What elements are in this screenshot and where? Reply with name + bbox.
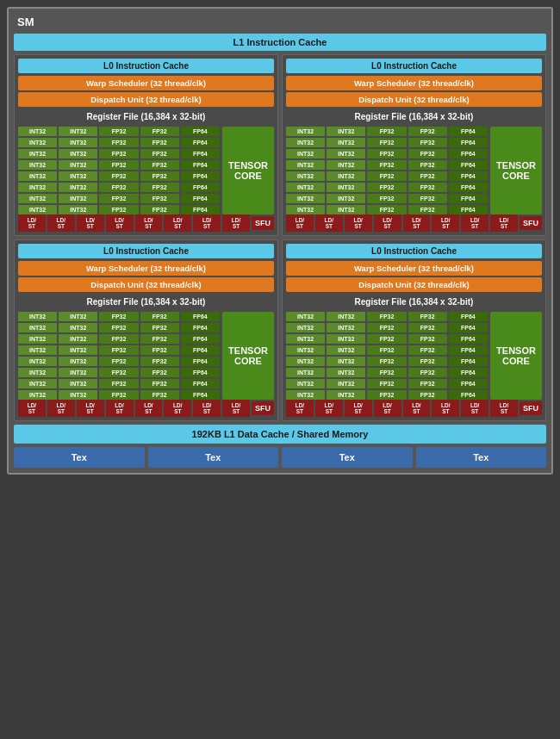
cell: FP64 [181, 357, 220, 366]
cell: FP32 [99, 345, 138, 355]
q2-col-int32b: INT32 INT32 INT32 INT32 INT32 INT32 INT3… [327, 127, 365, 214]
cell: FP64 [181, 323, 220, 332]
q2-exec-area: INT32 INT32 INT32 INT32 INT32 INT32 INT3… [286, 127, 542, 214]
ldst-cell: LD/ST [164, 400, 191, 417]
cell: INT32 [18, 138, 57, 147]
q1-alu-section: INT32 INT32 INT32 INT32 INT32 INT32 INT3… [18, 127, 220, 214]
cell: FP32 [367, 345, 406, 355]
cell: INT32 [18, 205, 57, 214]
cell: INT32 [59, 205, 97, 214]
cell: INT32 [18, 368, 57, 377]
q1-dispatch-unit: Dispatch Unit (32 thread/clk) [18, 92, 274, 107]
cell: FP32 [99, 138, 138, 147]
cell: FP32 [140, 379, 179, 388]
cell: FP32 [140, 183, 179, 192]
cell: FP32 [367, 368, 406, 377]
ldst-cell: LD/ST [106, 400, 134, 417]
cell: FP64 [181, 160, 220, 170]
cell: FP64 [449, 138, 488, 147]
q3-warp-scheduler: Warp Scheduler (32 thread/clk) [18, 261, 274, 276]
cell: INT32 [327, 194, 365, 203]
cell: INT32 [18, 160, 57, 170]
cell: INT32 [327, 390, 365, 400]
ldst-cell: LD/ST [315, 400, 343, 417]
cell: FP32 [367, 171, 406, 181]
ldst-cell: LD/ST [47, 400, 75, 417]
cell: FP64 [181, 379, 220, 388]
cell: FP32 [140, 127, 179, 136]
cell: INT32 [286, 205, 325, 214]
cell: INT32 [59, 357, 97, 366]
cell: FP64 [181, 171, 220, 181]
cell: FP32 [140, 345, 179, 355]
ldst-cell: LD/ST [374, 400, 401, 417]
cell: INT32 [327, 205, 365, 214]
cell: INT32 [286, 357, 325, 366]
quadrant-4: L0 Instruction Cache Warp Scheduler (32 … [282, 239, 546, 421]
cell: FP64 [449, 379, 488, 388]
cell: FP32 [408, 194, 447, 203]
cell: FP32 [99, 312, 138, 321]
cell: INT32 [286, 379, 325, 388]
cell: FP32 [408, 160, 447, 170]
q1-tensor-core: TENSOR CORE [222, 127, 274, 214]
cell: FP32 [408, 345, 447, 355]
tex-4: Tex [416, 447, 547, 468]
l1-instruction-cache: L1 Instruction Cache [14, 34, 546, 51]
cell: INT32 [286, 368, 325, 377]
q2-col-fp32a: FP32 FP32 FP32 FP32 FP32 FP32 FP32 FP32 [367, 127, 406, 214]
cell: INT32 [59, 149, 97, 158]
cell: FP32 [367, 390, 406, 400]
q3-alu-section: INT32 INT32 INT32 INT32 INT32 INT32 INT3… [18, 312, 220, 400]
q3-col-int32a: INT32 INT32 INT32 INT32 INT32 INT32 INT3… [18, 312, 57, 400]
cell: FP64 [449, 368, 488, 377]
cell: FP32 [408, 357, 447, 366]
cell: INT32 [327, 334, 365, 344]
cell: INT32 [327, 171, 365, 181]
cell: FP32 [140, 205, 179, 214]
cell: INT32 [59, 312, 97, 321]
cell: INT32 [327, 127, 365, 136]
ldst-cell: LD/ST [345, 400, 372, 417]
cell: FP32 [408, 334, 447, 344]
q1-col-fp32b: FP32 FP32 FP32 FP32 FP32 FP32 FP32 FP32 [140, 127, 179, 214]
q2-warp-scheduler: Warp Scheduler (32 thread/clk) [286, 76, 542, 90]
cell: INT32 [59, 194, 97, 203]
cell: INT32 [327, 357, 365, 366]
cell: FP32 [408, 390, 447, 400]
cell: INT32 [59, 138, 97, 147]
cell: FP32 [99, 160, 138, 170]
cell: INT32 [59, 183, 97, 192]
cell: FP32 [408, 149, 447, 158]
cell: INT32 [18, 171, 57, 181]
cell: INT32 [327, 379, 365, 388]
cell: FP32 [367, 357, 406, 366]
ldst-cell: LD/ST [490, 214, 518, 232]
q2-col-int32a: INT32 INT32 INT32 INT32 INT32 INT32 INT3… [286, 127, 325, 214]
cell: FP32 [99, 171, 138, 181]
q2-sfu: SFU [520, 216, 542, 230]
sm-block: SM L1 Instruction Cache L0 Instruction C… [7, 7, 553, 475]
cell: FP32 [99, 323, 138, 332]
tex-1: Tex [14, 447, 145, 468]
cell: FP32 [99, 127, 138, 136]
quadrant-2: L0 Instruction Cache Warp Scheduler (32 … [282, 54, 546, 236]
cell: FP32 [367, 312, 406, 321]
cell: FP64 [449, 323, 488, 332]
cell: FP32 [367, 138, 406, 147]
cell: FP32 [367, 323, 406, 332]
cell: FP32 [99, 205, 138, 214]
cell: INT32 [327, 312, 365, 321]
cell: FP32 [140, 334, 179, 344]
cell: INT32 [18, 357, 57, 366]
cell: FP64 [449, 357, 488, 366]
cell: INT32 [59, 171, 97, 181]
cell: FP64 [449, 183, 488, 192]
q3-ldst-row: LD/ST LD/ST LD/ST LD/ST LD/ST LD/ST LD/S… [18, 400, 274, 417]
ldst-cell: LD/ST [286, 400, 314, 417]
cell: FP64 [449, 205, 488, 214]
cell: FP32 [140, 323, 179, 332]
ldst-cell: LD/ST [315, 214, 343, 232]
ldst-cell: LD/ST [286, 214, 314, 232]
cell: FP64 [181, 312, 220, 321]
